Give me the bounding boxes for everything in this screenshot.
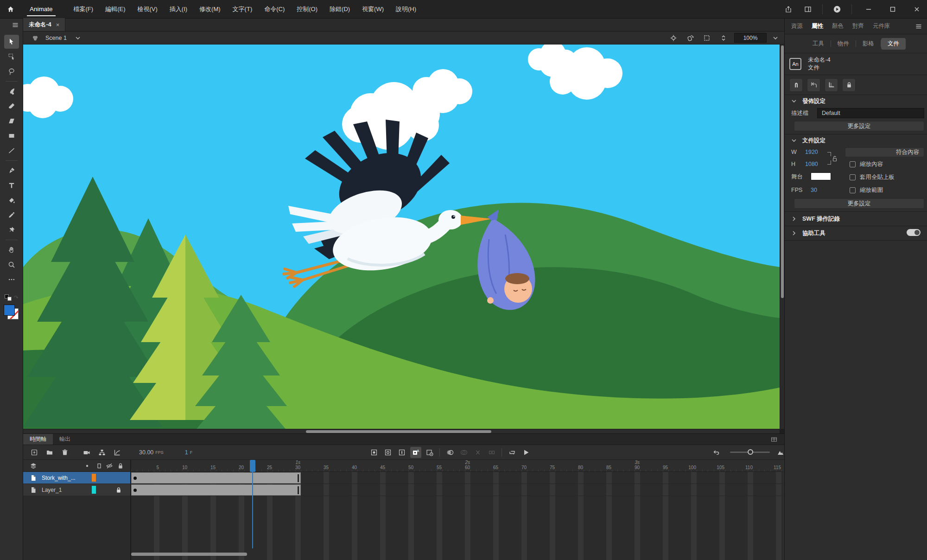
scene-chevron-icon[interactable] [74,34,82,42]
hscroll-thumb[interactable] [306,430,491,433]
minimize-button[interactable] [858,0,879,19]
resize-frame-view-button[interactable] [775,447,786,458]
eraser-tool[interactable] [4,114,19,128]
current-frame-value[interactable]: 1 [185,449,188,456]
menu-item[interactable]: 說明(H) [390,0,422,19]
play-button[interactable] [521,447,532,458]
document-settings-header[interactable]: 文件設定 [785,134,927,146]
loop-playback-button[interactable] [507,447,518,458]
reset-timeline-zoom-button[interactable] [711,447,722,458]
timeline-tab-輸出[interactable]: 輸出 [53,434,77,445]
properties-subtab-工具[interactable]: 工具 [806,38,831,50]
menu-item[interactable]: 檔案(F) [68,0,100,19]
link-wh-icon[interactable] [831,155,838,162]
keyframe-dot[interactable] [133,477,137,480]
frames-area[interactable]: 5101520253035404550556065707580859095100… [131,460,783,560]
properties-subtab-文件[interactable]: 文件 [881,38,906,50]
panel-tab-資源[interactable]: 資源 [791,22,803,30]
eyedropper-tool[interactable] [4,208,19,222]
menu-item[interactable]: 文字(T) [227,0,259,19]
width-value[interactable]: 1920 [805,149,818,155]
stage-canvas[interactable] [23,45,780,429]
fit-content-button[interactable]: 符合內容 [845,147,924,157]
playhead[interactable] [250,460,255,472]
canvas-vertical-scrollbar[interactable] [780,45,784,429]
hide-all-layers-icon[interactable] [106,462,113,470]
insert-frame-button[interactable] [396,447,407,458]
panel-tab-顏色[interactable]: 顏色 [832,22,844,30]
menu-item[interactable]: 控制(O) [291,0,324,19]
outline-column-icon[interactable] [95,462,103,470]
zoom-level-select[interactable]: 100% [734,33,767,43]
remove-frame-button[interactable] [424,447,435,458]
menu-item[interactable]: 命令(C) [258,0,291,19]
frame-span[interactable] [131,472,301,484]
more-tools-tool[interactable] [4,273,19,286]
snap-magnet-button[interactable] [789,78,803,92]
scale-content-checkbox[interactable]: 縮放內容 [850,160,883,168]
share-button[interactable] [781,3,796,16]
timeline-options-icon[interactable] [770,436,778,443]
panel-tab-元件庫[interactable]: 元件庫 [873,22,890,30]
frame-rate-value[interactable]: 30.00 [139,449,153,456]
swf-history-header[interactable]: SWF 操作記錄 [785,212,927,226]
properties-subtab-影格[interactable]: 影格 [856,38,881,50]
rotation-tool-button[interactable] [684,33,696,43]
selection-tool[interactable] [4,35,19,49]
fluid-brush-tool[interactable] [4,84,19,98]
scale-range-checkbox[interactable]: 縮放範圍 [850,186,883,194]
publish-settings-header[interactable]: 發佈設定 [785,95,927,107]
asset-warp-tool[interactable] [4,223,19,237]
menu-item[interactable]: 檢視(V) [131,0,163,19]
layer-frames-Layer_1[interactable] [131,484,783,496]
timeline-ruler[interactable]: 5101520253035404550556065707580859095100… [131,460,783,472]
height-value[interactable]: 1080 [805,161,818,167]
stage-color-swatch[interactable] [811,172,831,180]
document-tab[interactable]: 未命名-4 × [23,18,65,31]
menu-item[interactable]: 編輯(E) [99,0,131,19]
clip-content-button[interactable] [701,33,713,43]
slider-knob[interactable] [748,449,753,455]
pen-tool[interactable] [4,164,19,178]
scene-name[interactable]: Scene 1 [45,35,67,41]
classic-brush-tool[interactable] [4,99,19,113]
layer-frames-Stork_with_...[interactable] [131,472,783,484]
onion-skin-button[interactable] [444,447,456,458]
workspace-button[interactable] [800,3,816,16]
document-more-settings-button[interactable]: 更多設定 [794,198,924,209]
delete-button[interactable] [59,447,70,458]
menu-item[interactable]: 修改(M) [193,0,227,19]
edit-scene-icon[interactable] [32,34,39,42]
layer-lock-icon[interactable] [115,486,122,494]
swap-colors-icon[interactable]: ↷ [14,294,19,301]
menu-item[interactable]: 視窗(W) [356,0,390,19]
new-layer-button[interactable] [29,447,40,458]
lock-button[interactable] [842,78,856,92]
profile-select[interactable]: Default [817,108,924,118]
panel-menu-icon[interactable] [12,21,19,29]
insert-keyframe-button[interactable] [368,447,380,458]
home-button[interactable] [0,6,21,13]
timeline-horizontal-scrollbar[interactable] [131,553,247,556]
subselection-tool[interactable] [4,50,19,64]
rulers-button[interactable] [825,78,838,92]
hand-tool[interactable] [4,243,19,257]
fps-value[interactable]: 30 [811,187,817,193]
new-folder-button[interactable] [44,447,55,458]
apply-pasteboard-checkbox[interactable]: 套用全貼上板 [850,173,895,181]
center-frame-button[interactable] [667,33,679,43]
zoom-select-chevron[interactable] [771,34,780,42]
lock-all-layers-icon[interactable] [117,462,124,470]
zoom-tool[interactable] [4,258,19,272]
keyframe-dot[interactable] [133,489,137,492]
publish-more-settings-button[interactable]: 更多設定 [794,121,924,131]
lasso-tool[interactable] [4,64,19,78]
rectangle-tool[interactable] [4,129,19,143]
frame-span[interactable] [131,484,301,496]
fill-color-swatch[interactable] [4,305,15,316]
maximize-button[interactable] [883,0,903,19]
test-movie-button[interactable] [829,3,845,16]
accessibility-header[interactable]: 協助工具 [785,226,927,240]
close-button[interactable] [907,0,927,19]
layer-outline-color[interactable] [92,474,96,482]
